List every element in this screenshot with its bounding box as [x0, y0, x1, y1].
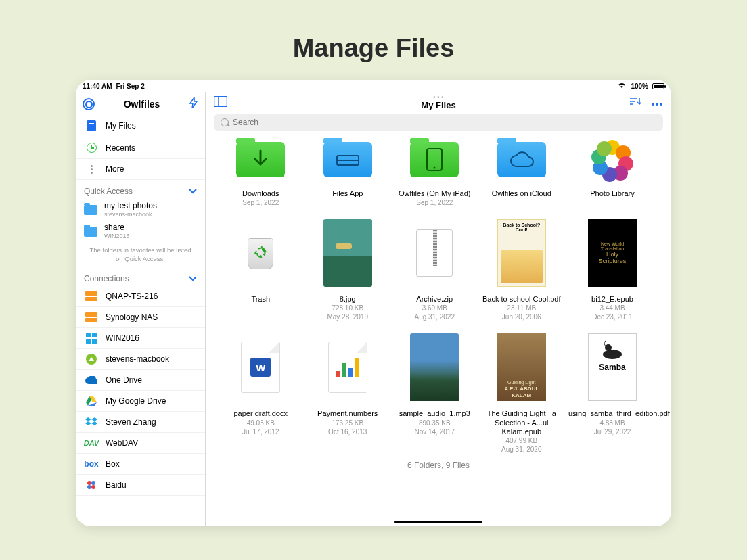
nas-orange-icon — [85, 291, 97, 301]
connection-label: My Google Drive — [106, 396, 166, 406]
file-date: Dec 23, 2011 — [592, 312, 633, 321]
connection-item[interactable]: QNAP-TS-216 — [76, 286, 205, 307]
chevron-down-icon — [189, 187, 197, 196]
file-name: Payment.numbers — [317, 409, 378, 418]
box-icon: box — [85, 459, 97, 469]
connection-item[interactable]: My Google Drive — [76, 391, 205, 412]
content-pane: My Files DownloadsSep 1, 2022Files Ap — [206, 92, 671, 526]
svg-rect-4 — [86, 333, 91, 337]
connection-item[interactable]: DAVWebDAV — [76, 433, 205, 454]
file-tile[interactable]: Sambausing_samba_third_edition.pdf4.83 M… — [568, 333, 656, 454]
file-date: Oct 16, 2013 — [328, 427, 367, 436]
file-tile[interactable]: Files App — [308, 138, 388, 207]
baidu-icon — [85, 480, 97, 490]
file-tile[interactable]: 8.jpg728.10 KBMay 28, 2019 — [308, 219, 388, 321]
connections-header[interactable]: Connections — [76, 267, 205, 286]
file-tile[interactable]: Owlfiles on iCloud — [482, 138, 562, 207]
svg-point-23 — [605, 344, 612, 351]
svg-point-16 — [656, 103, 658, 106]
sidebar-item-label: My Files — [106, 121, 136, 131]
file-date: Aug 31, 2020 — [501, 445, 542, 454]
file-tile[interactable]: sample_audio_1.mp3890.35 KBNov 14, 2017 — [394, 333, 475, 454]
file-date: Jul 17, 2012 — [242, 427, 279, 436]
svg-rect-3 — [85, 318, 97, 322]
mac-green-icon — [85, 354, 97, 364]
file-tile[interactable]: Payment.numbers176.25 KBOct 16, 2013 — [308, 333, 388, 454]
file-tile[interactable]: Back to School?Cool!Back to school Cool.… — [482, 219, 562, 321]
file-tile[interactable]: Guiding LightA.P.J. ABDULKALAMThe Guidin… — [482, 333, 562, 454]
file-meta: Sep 1, 2022 — [416, 198, 453, 207]
connection-item[interactable]: boxBox — [76, 454, 205, 475]
home-indicator — [394, 521, 482, 523]
connection-item[interactable]: Synology NAS — [76, 307, 205, 328]
connection-item[interactable]: One Drive — [76, 370, 205, 391]
bolt-icon[interactable] — [189, 97, 198, 111]
file-tile[interactable]: Trash — [221, 219, 301, 321]
section-title: Quick Access — [84, 187, 133, 196]
status-bar: 11:40 AM Fri Sep 2 100% — [76, 80, 671, 92]
chevron-down-icon — [189, 274, 197, 283]
svg-point-21 — [434, 167, 436, 169]
svg-rect-1 — [85, 297, 97, 301]
dropbox-icon — [85, 417, 97, 427]
file-tile[interactable]: Wpaper draft.docx49.05 KBJul 17, 2012 — [221, 333, 301, 454]
windows-icon — [85, 333, 97, 343]
connection-item[interactable]: WIN2016 — [76, 328, 205, 349]
sidebar-toggle-icon[interactable] — [214, 96, 227, 110]
connection-item[interactable]: stevens-macbook — [76, 349, 205, 370]
svg-point-12 — [91, 485, 95, 489]
quick-access-header[interactable]: Quick Access — [76, 180, 205, 199]
status-date: Fri Sep 2 — [116, 83, 145, 90]
connection-item[interactable]: Steven Zhang — [76, 412, 205, 433]
quick-access-item[interactable]: my test photosstevens-macbook — [76, 199, 205, 220]
file-name: The Guiding Light_ a Selection - A...ul … — [482, 409, 562, 436]
file-name: paper draft.docx — [234, 409, 288, 418]
search-input[interactable] — [214, 114, 663, 131]
svg-point-17 — [660, 103, 662, 106]
svg-point-22 — [603, 350, 622, 359]
sidebar-item-label: More — [106, 164, 124, 174]
file-name: Downloads — [242, 189, 279, 198]
svg-point-15 — [652, 103, 654, 106]
sidebar-item-more[interactable]: More — [76, 159, 205, 180]
svg-rect-2 — [85, 312, 97, 317]
sidebar: Owlfiles My Files Recents More Quick Acc… — [76, 92, 206, 526]
device-frame: 11:40 AM Fri Sep 2 100% Owlfiles My File… — [76, 80, 671, 526]
file-date: Aug 31, 2022 — [415, 312, 455, 321]
favorites-note: The folders in favorites will be listed … — [76, 242, 205, 267]
svg-point-11 — [87, 485, 91, 489]
webdav-icon: DAV — [85, 438, 97, 448]
file-name: Owlfiles on iCloud — [492, 189, 551, 198]
connection-item[interactable]: Baidu — [76, 475, 205, 496]
gdrive-icon — [85, 396, 97, 406]
connection-label: WebDAV — [106, 438, 138, 448]
status-time: 11:40 AM — [83, 83, 112, 90]
sidebar-item-my-files[interactable]: My Files — [76, 115, 205, 137]
quick-access-item[interactable]: shareWIN2016 — [76, 220, 205, 242]
sidebar-item-recents[interactable]: Recents — [76, 137, 205, 159]
file-name: Trash — [251, 295, 270, 304]
file-meta: 49.05 KB — [247, 419, 275, 427]
file-meta: Sep 1, 2022 — [242, 198, 279, 207]
more-options-icon[interactable] — [651, 97, 663, 109]
sort-icon[interactable] — [629, 97, 641, 109]
onedrive-icon — [85, 375, 97, 385]
wifi-icon — [617, 82, 627, 90]
file-tile[interactable]: Photo Library — [568, 138, 656, 207]
file-tile[interactable]: DownloadsSep 1, 2022 — [221, 138, 301, 207]
file-tile[interactable]: Archive.zip3.69 MBAug 31, 2022 — [394, 219, 475, 321]
svg-rect-5 — [92, 333, 97, 337]
file-name: Photo Library — [590, 189, 634, 198]
file-tile[interactable]: Owlfiles (On My iPad)Sep 1, 2022 — [394, 138, 475, 207]
battery-icon — [652, 83, 664, 89]
file-grid: DownloadsSep 1, 2022Files AppOwlfiles (O… — [221, 138, 656, 454]
clock-icon — [85, 143, 97, 153]
file-meta: 890.35 KB — [419, 419, 451, 427]
svg-rect-19 — [337, 160, 359, 161]
file-name: using_samba_third_edition.pdf — [568, 409, 656, 418]
sidebar-item-label: Recents — [106, 143, 135, 153]
folder-icon — [84, 205, 97, 215]
profile-icon[interactable] — [83, 98, 95, 110]
file-tile[interactable]: New World TranslationHoly Scripturesbi12… — [568, 219, 656, 321]
search-input-wrap — [214, 114, 663, 131]
